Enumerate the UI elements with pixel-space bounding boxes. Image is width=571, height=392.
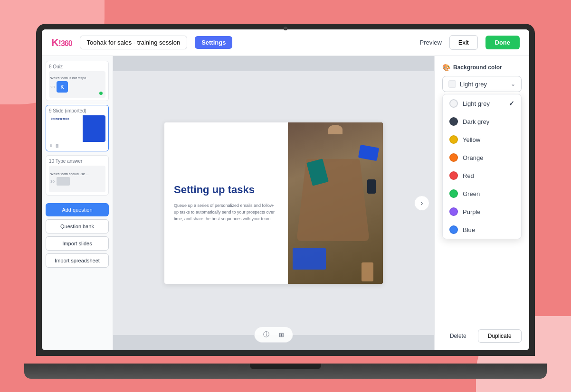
slide-10-header: 10 Type answer xyxy=(49,159,105,164)
main-canvas: Setting up tasks Queue up a series of pe… xyxy=(113,56,434,350)
color-dropdown-container: Light grey ⌄ Light grey ✓ Da xyxy=(442,76,522,92)
slide-9-actions: 🖥 🗑 xyxy=(49,143,105,148)
import-slides-button[interactable]: Import slides xyxy=(46,236,109,251)
slide-9-monitor-icon: 🖥 xyxy=(49,143,53,148)
laptop-frame: K!360 Toohak for sales - training sessio… xyxy=(36,24,535,356)
app-body: 8 Quiz Which team is not respo... 20 K xyxy=(42,56,529,350)
desk-photo xyxy=(288,122,383,284)
exit-button[interactable]: Exit xyxy=(449,35,478,50)
background-color-section-title: 🎨 Background color xyxy=(442,64,522,71)
slide-8-green-dot xyxy=(99,92,103,95)
slide-heading: Setting up tasks xyxy=(174,184,278,196)
color-option-green[interactable]: Green xyxy=(443,185,521,203)
color-option-red[interactable]: Red xyxy=(443,167,521,185)
person-top xyxy=(328,125,343,134)
slide-9-thumbnail: Setting up tasks xyxy=(49,115,105,142)
slide-10-badge: 30 xyxy=(50,179,55,184)
color-label-purple: Purple xyxy=(463,208,481,215)
sidebar-item-8[interactable]: 8 Quiz Which team is not respo... 20 K xyxy=(46,61,109,101)
color-dot-dark-grey xyxy=(449,117,458,126)
slide-9-trash-icon[interactable]: 🗑 xyxy=(55,143,59,148)
color-label-dark-grey: Dark grey xyxy=(463,118,489,125)
color-option-light-grey[interactable]: Light grey ✓ xyxy=(443,94,521,112)
checkmark-icon: ✓ xyxy=(509,100,514,107)
color-label-green: Green xyxy=(463,190,480,197)
slide-8-badge: 20 xyxy=(50,85,55,89)
question-bank-button[interactable]: Question bank xyxy=(46,219,109,233)
slide-9-preview: Setting up tasks xyxy=(49,115,105,142)
color-option-purple[interactable]: Purple xyxy=(443,203,521,221)
preview-button[interactable]: Preview xyxy=(420,39,442,46)
slide-content-right xyxy=(288,122,383,284)
slide-10-thumbnail: Which team should use ... 30 xyxy=(49,166,105,192)
color-label-red: Red xyxy=(463,172,474,179)
slide-8-icon: K xyxy=(57,81,68,93)
phone-shape xyxy=(367,179,376,194)
slide-9-header: 9 Slide (imported) xyxy=(49,108,105,113)
sidebar-actions: Add question Question bank Import slides… xyxy=(46,203,109,268)
sidebar: 8 Quiz Which team is not respo... 20 K xyxy=(42,56,113,350)
table-shape xyxy=(296,159,370,241)
sidebar-item-9[interactable]: 9 Slide (imported) Setting up tasks 🖥 xyxy=(46,105,109,151)
color-dot-red xyxy=(449,171,458,180)
laptop-on-desk xyxy=(293,248,326,270)
duplicate-button[interactable]: Duplicate xyxy=(478,329,522,343)
color-dropdown-trigger[interactable]: Light grey ⌄ xyxy=(442,76,522,92)
slide-content-left: Setting up tasks Queue up a series of pe… xyxy=(164,122,288,284)
color-label-orange: Orange xyxy=(463,154,483,161)
color-dot-yellow xyxy=(449,135,458,144)
color-label-light-grey: Light grey xyxy=(463,100,490,107)
color-dot-purple xyxy=(449,207,458,216)
slide-8-text: Which team is not respo... xyxy=(50,76,104,80)
slide-8-header: 8 Quiz xyxy=(49,64,105,69)
color-option-dark-grey[interactable]: Dark grey xyxy=(443,112,521,131)
sidebar-item-10[interactable]: 10 Type answer Which team should use ...… xyxy=(46,155,109,196)
person-bottom xyxy=(362,262,373,281)
chevron-down-icon: ⌄ xyxy=(511,81,515,87)
color-option-yellow[interactable]: Yellow xyxy=(443,131,521,149)
app-screen: K!360 Toohak for sales - training sessio… xyxy=(42,29,529,350)
slide-8-thumbnail: Which team is not respo... 20 K xyxy=(49,71,105,98)
canvas-nav-next[interactable]: › xyxy=(414,196,429,211)
slide-9-left: Setting up tasks xyxy=(49,115,83,142)
slide-card: Setting up tasks Queue up a series of pe… xyxy=(164,122,383,284)
section-title-text: Background color xyxy=(453,64,502,71)
session-title: Toohak for sales - training session xyxy=(80,36,188,49)
slide-description: Queue up a series of personalized emails… xyxy=(174,202,278,223)
panel-footer: Delete Duplicate xyxy=(442,329,522,343)
color-dropdown-menu: Light grey ✓ Dark grey Yellow xyxy=(442,94,522,239)
slide-bottom-bar: ⓘ ⊞ xyxy=(254,327,293,343)
delete-button[interactable]: Delete xyxy=(442,329,474,343)
app-header: K!360 Toohak for sales - training sessio… xyxy=(42,29,529,56)
selected-color-swatch xyxy=(448,80,456,88)
color-dot-orange xyxy=(449,153,458,162)
slide-10-text: Which team should use ... xyxy=(50,172,104,176)
color-dot-blue xyxy=(449,225,458,234)
color-option-blue[interactable]: Blue xyxy=(443,221,521,239)
right-panel: 🎨 Background color Light grey ⌄ Light gr… xyxy=(434,56,529,350)
import-spreadsheet-button[interactable]: Import spreadsheet xyxy=(46,253,109,268)
color-label-yellow: Yellow xyxy=(463,136,480,143)
color-label-blue: Blue xyxy=(463,226,475,233)
slide-9-title: Setting up tasks xyxy=(51,117,81,120)
bg-color-icon: 🎨 xyxy=(442,64,450,71)
app-logo: K!360 xyxy=(51,37,72,49)
laptop-camera xyxy=(284,27,287,30)
done-button[interactable]: Done xyxy=(485,36,520,49)
selected-color-label: Light grey xyxy=(460,81,487,88)
info-icon[interactable]: ⓘ xyxy=(261,330,271,339)
canvas-top-bar xyxy=(113,56,434,71)
color-option-orange[interactable]: Orange xyxy=(443,149,521,167)
color-dot-green xyxy=(449,189,458,198)
color-dot-light-grey xyxy=(449,99,458,108)
slide-10-img xyxy=(57,177,70,186)
image-icon[interactable]: ⊞ xyxy=(276,330,286,339)
settings-button[interactable]: Settings xyxy=(195,36,232,49)
slide-9-right xyxy=(83,115,105,142)
add-question-button[interactable]: Add question xyxy=(46,203,109,216)
